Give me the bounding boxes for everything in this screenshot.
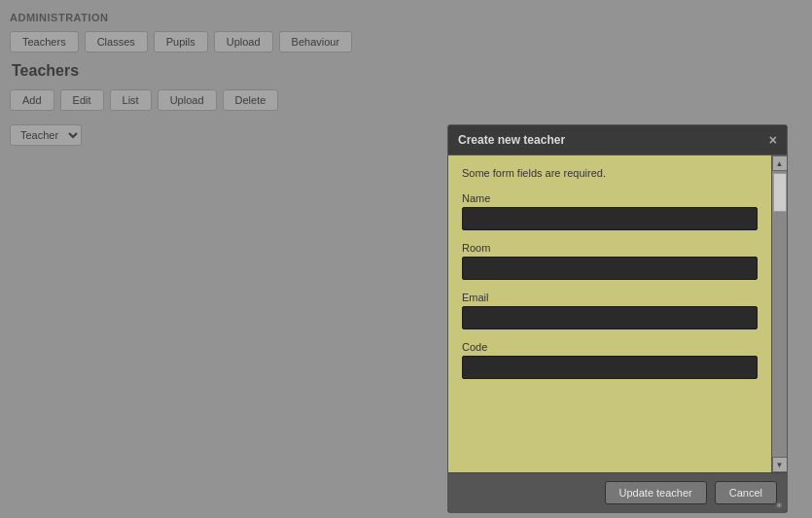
modal-body: Some form fields are required. Name Room… [448, 155, 771, 472]
name-label: Name [462, 192, 758, 204]
code-input[interactable] [462, 356, 758, 379]
room-label: Room [462, 242, 758, 254]
create-teacher-modal: Create new teacher × Some form fields ar… [447, 124, 788, 513]
code-field-group: Code [462, 341, 758, 379]
room-input[interactable] [462, 257, 758, 280]
email-label: Email [462, 292, 758, 303]
modal-title: Create new teacher [458, 133, 565, 147]
modal-body-wrapper: Some form fields are required. Name Room… [448, 155, 787, 472]
scrollbar-track [773, 171, 787, 457]
modal-footer: Update teacher Cancel [448, 472, 787, 512]
email-field-group: Email [462, 292, 758, 329]
scrollbar-thumb[interactable] [773, 173, 787, 212]
scrollbar-down-button[interactable]: ▼ [772, 457, 788, 472]
resize-handle[interactable]: ∗ [775, 501, 785, 510]
main-background: ADMINISTRATION Teachers Classes Pupils U… [0, 0, 812, 518]
update-teacher-button[interactable]: Update teacher [605, 481, 707, 504]
name-field-group: Name [462, 192, 758, 230]
name-input[interactable] [462, 207, 758, 230]
error-message: Some form fields are required. [462, 167, 758, 179]
cancel-button[interactable]: Cancel [715, 481, 777, 504]
room-field-group: Room [462, 242, 758, 280]
modal-header: Create new teacher × [448, 125, 787, 155]
modal-scrollbar: ▲ ▼ [771, 155, 787, 472]
code-label: Code [462, 341, 758, 353]
email-input[interactable] [462, 306, 758, 329]
modal-close-button[interactable]: × [769, 133, 777, 147]
scrollbar-up-button[interactable]: ▲ [772, 155, 788, 171]
